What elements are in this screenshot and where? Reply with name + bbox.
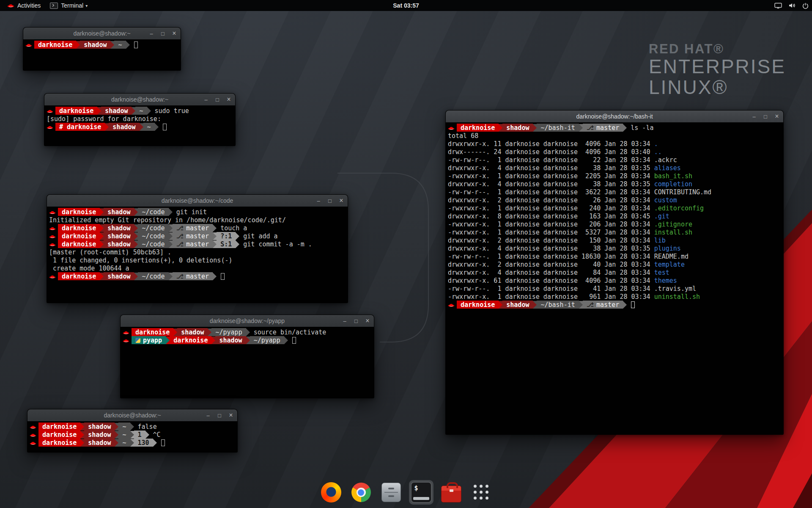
close-button[interactable]: ×	[227, 411, 235, 419]
prompt-segment-path: ~/bash-it	[537, 124, 579, 132]
maximize-button[interactable]: □	[214, 96, 221, 103]
terminal-content[interactable]: darknoiseshadow~/code git initInitialize…	[47, 207, 348, 303]
close-button[interactable]: ×	[170, 30, 178, 37]
dock-terminal-button[interactable]	[409, 480, 433, 505]
close-button[interactable]: ×	[773, 113, 781, 120]
powerline-arrow-icon	[140, 123, 143, 131]
terminal-line: -rw-rw-r--. 1 darknoise darknoise 3622 J…	[448, 188, 783, 196]
firefox-icon	[321, 482, 341, 502]
terminal-icon	[411, 482, 432, 503]
maximize-button[interactable]: □	[216, 411, 223, 419]
powerline-arrow-icon	[155, 123, 159, 131]
maximize-button[interactable]: □	[352, 317, 360, 325]
terminal-text: custom	[654, 196, 677, 204]
terminal-window[interactable]: darknoise@shadow:~–□×darknoiseshadow~ su…	[44, 93, 236, 146]
app-menu-terminal[interactable]: Terminal ▾	[45, 0, 92, 11]
clock[interactable]: Sat 03:57	[393, 2, 419, 9]
dock-app-grid-button[interactable]	[469, 480, 494, 505]
prompt-segment-host: shadow	[177, 328, 208, 336]
prompt-segment-host: shadow	[101, 107, 132, 115]
terminal-content[interactable]: darknoiseshadow~ falsedarknoiseshadow~1 …	[27, 421, 237, 452]
window-titlebar[interactable]: darknoise@shadow:~/pyapp–□×	[121, 315, 374, 327]
terminal-line: Initialized empty Git repository in /hom…	[49, 216, 348, 224]
minimize-button[interactable]: –	[148, 30, 155, 37]
terminal-cursor	[221, 273, 225, 280]
prompt-segment-host: shadow	[215, 336, 246, 344]
terminal-line: darknoiseshadow~/code⎇master	[49, 272, 348, 280]
minimize-button[interactable]: –	[341, 317, 348, 325]
terminal-content[interactable]: darknoiseshadow~/bash-it⎇master ls -lato…	[446, 122, 783, 434]
desktop: RED HAT® ENTERPRISE LINUX® Activities Te…	[0, 0, 812, 508]
powerline-arrow-icon	[134, 240, 138, 248]
redhat-icon	[49, 226, 56, 230]
activities-button[interactable]: Activities	[3, 0, 45, 11]
terminal-line: drwxrwxr-x. 2 darknoise darknoise 26 Jan…	[448, 196, 783, 204]
powerline-arrow-icon	[169, 208, 173, 216]
powerline-arrow-icon	[100, 240, 104, 248]
prompt-segment-host: shadow	[502, 301, 533, 309]
terminal-cursor	[134, 41, 138, 48]
dock-files-button[interactable]	[379, 480, 403, 505]
git-branch-icon: ⎇	[176, 273, 184, 280]
terminal-window[interactable]: darknoise@shadow:~–□×darknoiseshadow~	[23, 27, 181, 71]
terminal-text: drwxrwxr-x. 4 darknoise darknoise 38 Jan…	[448, 180, 654, 188]
window-controls: –□×	[750, 113, 781, 120]
volume-icon[interactable]	[788, 3, 796, 8]
minimize-button[interactable]: –	[315, 197, 322, 204]
terminal-window[interactable]: darknoise@shadow:~/code–□×darknoiseshado…	[47, 194, 348, 303]
powerline-arrow-icon	[153, 439, 157, 447]
terminal-text: test	[654, 269, 669, 276]
terminal-line: darknoiseshadow~/code git init	[49, 208, 348, 216]
redhat-icon	[49, 242, 56, 246]
prompt-segment-host: shadow	[104, 272, 134, 280]
terminal-text: -rwxrwxr-x. 1 darknoise darknoise 5327 J…	[448, 229, 654, 236]
close-button[interactable]: ×	[337, 197, 345, 204]
terminal-line: pyappdarknoiseshadow~/pyapp	[123, 336, 374, 344]
terminal-window[interactable]: darknoise@shadow:~/pyapp–□×darknoiseshad…	[120, 315, 374, 398]
power-icon[interactable]	[802, 3, 809, 9]
terminal-content[interactable]: darknoiseshadow~/pyapp source bin/activa…	[121, 327, 374, 398]
terminal-text: -rw-rw-r--. 1 darknoise darknoise 18630 …	[448, 253, 654, 260]
terminal-content[interactable]: darknoiseshadow~ sudo true[sudo] passwor…	[44, 105, 235, 146]
minimize-button[interactable]: –	[202, 96, 210, 103]
prompt-segment-path: ~/pyapp	[250, 336, 284, 344]
terminal-text: [master (root-commit) 50bcb63] .	[49, 248, 171, 256]
dock-toolbox-button[interactable]	[439, 480, 464, 505]
window-titlebar[interactable]: darknoise@shadow:~–□×	[23, 28, 181, 40]
terminal-line: darknoiseshadow~/bash-it⎇master ls -la	[448, 124, 783, 132]
terminal-line: # darknoiseshadow~	[47, 123, 235, 131]
window-titlebar[interactable]: darknoise@shadow:~–□×	[27, 409, 237, 422]
terminal-text: drwxrwxr-x. 61 darknoise darknoise 4096 …	[448, 277, 654, 284]
powerline-arrow-icon	[80, 423, 84, 431]
window-titlebar[interactable]: darknoise@shadow:~–□×	[44, 94, 235, 106]
terminal-line: drwxrwxr-x. 4 darknoise darknoise 84 Jan…	[448, 268, 783, 276]
redhat-icon	[30, 432, 36, 437]
close-button[interactable]: ×	[225, 96, 233, 103]
maximize-button[interactable]: □	[159, 30, 167, 37]
window-controls: –□×	[341, 317, 371, 325]
display-icon[interactable]	[774, 3, 782, 9]
terminal-window[interactable]: darknoise@shadow:~–□×darknoiseshadow~ fa…	[27, 409, 238, 453]
powerline-arrow-icon	[126, 41, 130, 49]
terminal-line: -rwxrwxr-x. 1 darknoise darknoise 5327 J…	[448, 228, 783, 236]
window-controls: –□×	[148, 30, 178, 37]
powerline-arrow-icon	[110, 41, 114, 49]
window-titlebar[interactable]: darknoise@shadow:~/bash-it–□×	[446, 110, 783, 123]
dock-chrome-button[interactable]	[349, 480, 373, 505]
powerline-arrow-icon	[80, 439, 84, 447]
terminal-line: darknoiseshadow~ false	[30, 422, 237, 431]
maximize-button[interactable]: □	[326, 197, 334, 204]
terminal-window[interactable]: darknoise@shadow:~/bash-it–□×darknoisesh…	[445, 110, 784, 435]
window-titlebar[interactable]: darknoise@shadow:~/code–□×	[47, 195, 348, 207]
minimize-button[interactable]: –	[750, 113, 758, 120]
terminal-text: drwx------. 24 darknoise darknoise 4096 …	[448, 148, 654, 156]
app-grid-icon	[472, 483, 491, 502]
terminal-line: drwxrwxr-x. 8 darknoise darknoise 163 Ja…	[448, 212, 783, 220]
close-button[interactable]: ×	[364, 317, 371, 325]
dock-firefox-button[interactable]	[319, 480, 343, 505]
maximize-button[interactable]: □	[762, 113, 769, 120]
minimize-button[interactable]: –	[204, 411, 212, 419]
terminal-content[interactable]: darknoiseshadow~	[23, 39, 181, 70]
powerline-arrow-icon	[213, 240, 217, 248]
prompt-segment-path: ~/code	[138, 232, 168, 240]
